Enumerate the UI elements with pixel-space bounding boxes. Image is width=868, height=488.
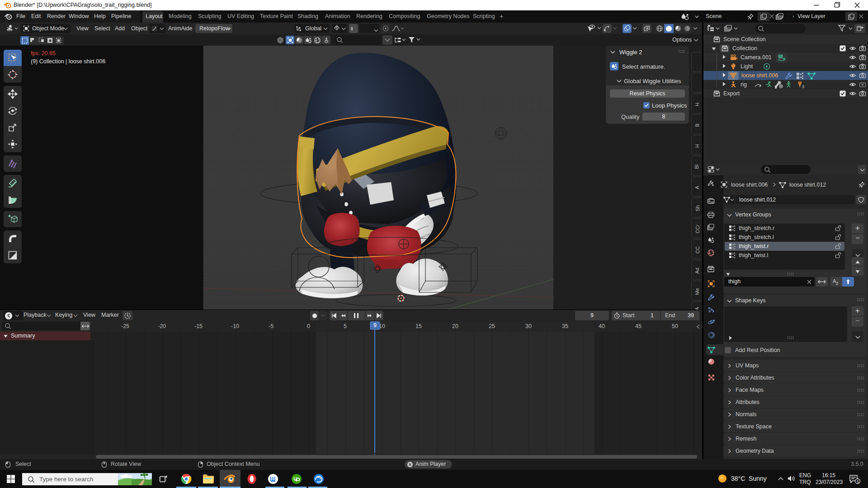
svg-text:5: 5 xyxy=(857,479,859,484)
svg-text:3: 3 xyxy=(802,84,804,89)
